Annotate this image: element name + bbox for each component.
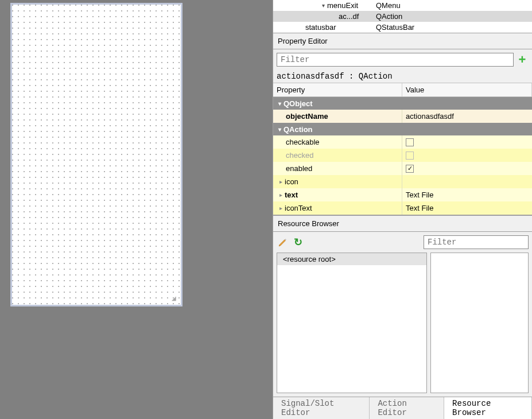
- prop-value[interactable]: actionasdfasdf: [402, 110, 532, 123]
- chevron-down-icon: ▾: [275, 126, 284, 133]
- canvas-grid: [12, 5, 181, 305]
- prop-value[interactable]: Text File: [402, 188, 532, 201]
- resource-browser-title: Resource Browser: [273, 215, 532, 232]
- header-value: Value: [402, 83, 532, 96]
- resource-preview: [430, 253, 529, 393]
- tree-row[interactable]: statusbar QStatusBar: [273, 22, 532, 33]
- checkbox[interactable]: ✓: [406, 165, 414, 173]
- resource-body: <resource root>: [273, 253, 532, 397]
- tree-row[interactable]: ac...df QAction: [273, 11, 532, 22]
- property-table-header: Property Value: [273, 83, 532, 97]
- prop-label: icon: [285, 175, 298, 188]
- prop-row-objectname[interactable]: objectName actionasdfasdf: [273, 110, 532, 123]
- selected-object-label: actionasdfasdf : QAction: [273, 70, 532, 83]
- tab-resource-browser[interactable]: Resource Browser: [444, 397, 532, 419]
- prop-row-text[interactable]: ▸text Text File: [273, 188, 532, 201]
- prop-label: checked: [286, 149, 313, 162]
- tree-item-name: statusbar: [305, 22, 336, 33]
- object-inspector-tree[interactable]: ▾ menuExit QMenu ac...df QAction statusb…: [273, 0, 532, 33]
- prop-value[interactable]: [402, 175, 532, 188]
- prop-row-checked[interactable]: checked: [273, 149, 532, 162]
- chevron-right-icon[interactable]: ▸: [277, 175, 285, 188]
- tab-action-editor[interactable]: Action Editor: [370, 397, 444, 419]
- prop-label: enabled: [286, 162, 312, 175]
- right-panel: ▾ menuExit QMenu ac...df QAction statusb…: [273, 0, 532, 419]
- prop-row-icontext[interactable]: ▸iconText Text File: [273, 201, 532, 215]
- prop-row-checkable[interactable]: checkable: [273, 135, 532, 149]
- tree-item-name: menuExit: [327, 0, 358, 11]
- prop-row-enabled[interactable]: enabled ✓: [273, 162, 532, 175]
- resource-toolbar: ↻: [273, 232, 532, 253]
- resource-browser-panel: Resource Browser ↻ <resource root>: [273, 215, 532, 397]
- prop-row-icon[interactable]: ▸icon: [273, 175, 532, 188]
- prop-label: objectName: [286, 110, 328, 123]
- plus-icon[interactable]: +: [516, 53, 529, 66]
- property-editor-title: Property Editor: [273, 33, 532, 49]
- design-canvas[interactable]: ◢: [10, 3, 182, 307]
- group-qobject[interactable]: ▾ QObject: [273, 97, 532, 110]
- tree-item-class: QMenu: [374, 0, 532, 11]
- resource-filter-input[interactable]: [424, 235, 529, 249]
- chevron-right-icon[interactable]: ▸: [277, 188, 285, 201]
- property-filter-row: +: [273, 49, 532, 70]
- chevron-down-icon[interactable]: ▾: [319, 0, 327, 11]
- group-qaction[interactable]: ▾ QAction: [273, 123, 532, 135]
- design-area: ◢: [0, 0, 273, 419]
- checkbox[interactable]: [406, 138, 414, 146]
- chevron-right-icon[interactable]: ▸: [277, 201, 285, 215]
- resource-root-item[interactable]: <resource root>: [277, 253, 426, 265]
- pencil-icon[interactable]: [277, 236, 289, 249]
- tree-item-class: QAction: [374, 11, 532, 22]
- tree-item-class: QStatusBar: [374, 22, 532, 33]
- header-property: Property: [273, 83, 402, 96]
- checkbox: [406, 152, 414, 160]
- refresh-icon[interactable]: ↻: [292, 236, 304, 249]
- chevron-down-icon: ▾: [275, 100, 284, 107]
- property-table-body: ▾ QObject objectName actionasdfasdf ▾ QA…: [273, 97, 532, 215]
- prop-label: checkable: [286, 135, 320, 149]
- resource-tree[interactable]: <resource root>: [277, 253, 427, 393]
- property-filter-input[interactable]: [277, 53, 514, 67]
- prop-value[interactable]: Text File: [402, 201, 532, 215]
- tree-item-name: ac...df: [339, 11, 359, 22]
- tab-signal-slot[interactable]: Signal/Slot Editor: [273, 397, 370, 419]
- resize-grip-icon[interactable]: ◢: [172, 296, 178, 302]
- prop-label: text: [285, 188, 298, 201]
- bottom-tabs: Signal/Slot Editor Action Editor Resourc…: [273, 397, 532, 419]
- tree-row[interactable]: ▾ menuExit QMenu: [273, 0, 532, 11]
- prop-label: iconText: [285, 201, 312, 215]
